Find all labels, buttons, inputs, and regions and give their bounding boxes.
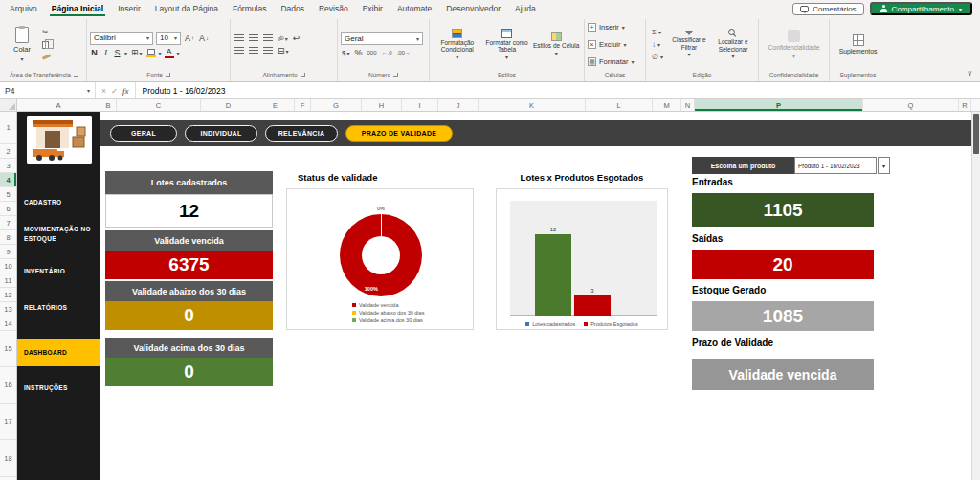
dialog-launcher-icon[interactable] xyxy=(74,73,78,77)
collapse-ribbon-button[interactable]: ∨ xyxy=(967,69,972,77)
menu-tab-desenvolvedor[interactable]: Desenvolvedor xyxy=(444,2,502,16)
product-picker-dropdown-icon[interactable]: ▾ xyxy=(878,157,890,174)
autosum-button[interactable]: Σ▾ xyxy=(652,28,663,37)
row-header[interactable]: 9 xyxy=(0,245,16,259)
font-name-combo[interactable]: Calibri▾ xyxy=(90,32,153,45)
tab-relevancia[interactable]: RELEVÂNCIA xyxy=(265,125,338,142)
sidebar-item-inventario[interactable]: INVENTÁRIO xyxy=(17,267,100,276)
row-header[interactable]: 16 xyxy=(0,367,16,404)
align-bottom-button[interactable] xyxy=(262,34,274,42)
menu-tab-automate[interactable]: Automate xyxy=(395,2,434,16)
format-painter-button[interactable] xyxy=(42,53,51,62)
align-right-button[interactable] xyxy=(262,47,274,55)
shrink-font-button[interactable]: A↓ xyxy=(198,33,210,43)
addins-button[interactable]: Suplementos xyxy=(833,34,883,55)
column-header[interactable]: J xyxy=(438,99,479,111)
font-size-combo[interactable]: 10▾ xyxy=(156,32,181,45)
vertical-scrollbar[interactable] xyxy=(971,112,980,480)
sidebar-item-cadastro[interactable]: CADASTRO xyxy=(17,198,100,207)
paste-button[interactable]: Colar ▾ xyxy=(5,27,39,62)
menu-tab-ajuda[interactable]: Ajuda xyxy=(513,2,538,16)
column-header[interactable]: M xyxy=(653,99,681,111)
row-header[interactable]: 10 xyxy=(0,259,16,273)
sort-filter-button[interactable]: Classificar e Filtrar ▾ xyxy=(667,31,711,58)
scrollbar-thumb[interactable] xyxy=(973,114,979,154)
menu-tab-inserir[interactable]: Inserir xyxy=(116,2,143,16)
clear-button[interactable]: ∅▾ xyxy=(652,53,663,62)
align-center-button[interactable] xyxy=(248,47,259,55)
row-header[interactable]: 5 xyxy=(0,187,16,202)
insert-function-icon[interactable]: fx xyxy=(122,86,129,96)
menu-tab-arquivo[interactable]: Arquivo xyxy=(8,2,39,16)
borders-button[interactable]: ⊞▾ xyxy=(130,48,144,57)
cut-button[interactable]: ✂ xyxy=(42,28,51,37)
align-left-button[interactable] xyxy=(234,47,245,55)
column-header[interactable]: G xyxy=(311,99,362,111)
sidebar-item-dashboard[interactable]: DASHBOARD xyxy=(17,339,100,366)
grow-font-button[interactable]: A↑ xyxy=(184,33,195,43)
cell-styles-button[interactable]: Estilos de Célula ▾ xyxy=(531,32,581,56)
bold-button[interactable]: N xyxy=(90,48,99,57)
dialog-launcher-icon[interactable] xyxy=(166,73,170,77)
sheet-canvas[interactable]: CADASTRO MOVIMENTAÇÃO NO ESTOQUE INVENTÁ… xyxy=(17,112,980,480)
row-header[interactable]: 18 xyxy=(0,440,16,477)
tab-geral[interactable]: GERAL xyxy=(110,125,177,142)
column-header[interactable]: H xyxy=(362,99,402,111)
percent-style-button[interactable]: % xyxy=(353,48,363,57)
name-box[interactable]: P4 ▾ xyxy=(0,82,96,98)
tab-prazo-de-validade[interactable]: PRAZO DE VALIDADE xyxy=(345,125,453,142)
sensitivity-button[interactable]: Confidencialidade ▾ xyxy=(762,30,826,59)
dialog-launcher-icon[interactable] xyxy=(393,73,398,77)
column-header[interactable]: I xyxy=(402,99,438,111)
format-as-table-button[interactable]: Formatar como Tabela ▾ xyxy=(482,29,532,61)
menu-tab-pagina-inicial[interactable]: Página Inicial xyxy=(50,2,105,16)
conditional-formatting-button[interactable]: Formatação Condicional ▾ xyxy=(433,29,482,61)
increase-decimal-button[interactable]: ←.0 xyxy=(381,50,393,55)
row-header[interactable]: 1 xyxy=(0,112,16,144)
row-header-selected[interactable]: 4 xyxy=(0,173,16,187)
tab-individual[interactable]: INDIVIDUAL xyxy=(185,125,257,142)
column-header[interactable]: L xyxy=(586,99,653,111)
row-header[interactable]: 17 xyxy=(0,404,16,440)
confirm-entry-icon[interactable]: ✓ xyxy=(111,86,118,96)
comments-button[interactable]: Comentários xyxy=(792,3,863,15)
fill-button[interactable]: ↓▾ xyxy=(652,40,663,50)
row-header[interactable]: 13 xyxy=(0,302,16,316)
row-header[interactable]: 6 xyxy=(0,202,16,216)
align-middle-button[interactable] xyxy=(248,34,259,42)
cancel-entry-icon[interactable]: × xyxy=(101,86,106,96)
column-header[interactable]: D xyxy=(201,99,256,111)
select-all-corner[interactable] xyxy=(0,99,17,111)
number-format-combo[interactable]: Geral▾ xyxy=(341,32,423,45)
menu-tab-dados[interactable]: Dados xyxy=(278,2,306,16)
wrap-text-button[interactable]: ↩ xyxy=(292,33,301,43)
format-cells-button[interactable]: ▦Formatar▾ xyxy=(588,55,642,69)
menu-tab-layout[interactable]: Layout da Página xyxy=(153,2,220,16)
accounting-format-button[interactable]: $▾ xyxy=(341,49,350,57)
column-header[interactable]: E xyxy=(256,99,295,111)
column-header-selected[interactable]: P xyxy=(695,99,863,111)
menu-tab-exibir[interactable]: Exibir xyxy=(361,2,385,16)
row-header[interactable]: 3 xyxy=(0,159,16,173)
share-button[interactable]: Compartilhamento ▾ xyxy=(870,2,972,15)
sidebar-item-relatorios[interactable]: RELATÓRIOS xyxy=(17,303,100,313)
copy-button[interactable] xyxy=(42,40,51,50)
formula-input[interactable]: Produto 1 - 16/02/2023 xyxy=(136,82,980,98)
italic-button[interactable]: I xyxy=(101,48,110,57)
dialog-launcher-icon[interactable] xyxy=(301,73,305,77)
row-header[interactable]: 7 xyxy=(0,216,16,230)
sidebar-item-instrucoes[interactable]: INSTRUÇÕES xyxy=(17,383,100,393)
align-top-button[interactable] xyxy=(234,34,245,42)
column-header[interactable]: Q xyxy=(863,99,959,111)
column-header[interactable]: F xyxy=(295,99,311,111)
row-header[interactable]: 8 xyxy=(0,230,16,245)
sidebar-item-movimentacao[interactable]: MOVIMENTAÇÃO NO ESTOQUE xyxy=(17,225,100,244)
column-header[interactable]: N xyxy=(681,99,695,111)
product-picker-value[interactable]: Produto 1 - 16/02/2023 xyxy=(794,157,877,174)
delete-cells-button[interactable]: ×Excluir▾ xyxy=(588,37,642,52)
comma-style-button[interactable]: 000 xyxy=(366,50,377,55)
column-header[interactable]: B xyxy=(100,99,117,111)
menu-tab-revisao[interactable]: Revisão xyxy=(317,2,350,16)
fill-color-button[interactable] xyxy=(146,49,156,57)
column-header[interactable]: K xyxy=(479,99,586,111)
